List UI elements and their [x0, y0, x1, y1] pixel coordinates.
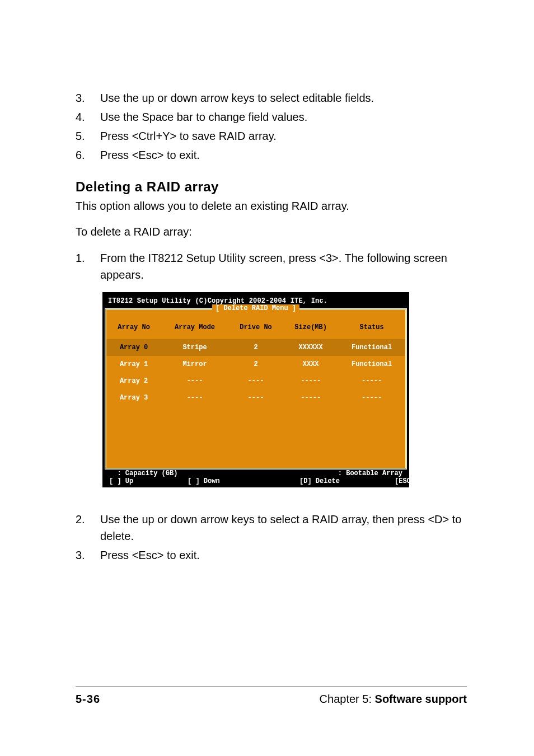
cell: ---- [161, 373, 228, 389]
step-text: Use the Space bar to change field values… [100, 109, 467, 125]
step-item: 1. From the IT8212 Setup Utility screen,… [76, 250, 467, 283]
step-number: 1. [76, 250, 100, 283]
cell: Functional [338, 339, 405, 356]
table-row[interactable]: Array 0 Stripe 2 XXXXXX Functional [106, 339, 405, 356]
cell: Array 1 [106, 356, 161, 373]
cell: Array 0 [106, 339, 161, 356]
cell: ----- [338, 373, 405, 389]
cell: ---- [228, 373, 283, 389]
table-row[interactable]: Array 1 Mirror 2 XXXX Functional [106, 356, 405, 373]
col-header: Array No [106, 310, 161, 339]
section-title: Deleting a RAID array [76, 179, 467, 195]
step-text: Press <Ctrl+Y> to save RAID array. [100, 128, 467, 144]
chapter-prefix: Chapter 5: [320, 693, 375, 705]
footer-down: [ ] Down [188, 477, 299, 485]
chapter-bold: Software support [375, 693, 467, 705]
cell: Array 3 [106, 389, 161, 406]
step-number: 3. [76, 547, 100, 564]
step-item: 4. Use the Space bar to change field val… [76, 109, 467, 125]
cell: Array 2 [106, 373, 161, 389]
panel-spacer [106, 406, 405, 468]
step-text: Use the up or down arrow keys to select … [100, 90, 467, 106]
page-footer: 5-36 Chapter 5: Software support [76, 687, 467, 706]
page-number: 5-36 [76, 693, 100, 706]
raid-footer: : Capacity (GB) : Bootable Array [ ] Up … [102, 469, 409, 487]
steps-mid-list: 1. From the IT8212 Setup Utility screen,… [76, 250, 467, 283]
step-item: 3. Use the up or down arrow keys to sele… [76, 90, 467, 106]
step-text: From the IT8212 Setup Utility screen, pr… [100, 250, 467, 283]
table-row[interactable]: Array 2 ---- ---- ----- ----- [106, 373, 405, 389]
step-number: 3. [76, 90, 100, 106]
steps-top-list: 3. Use the up or down arrow keys to sele… [76, 90, 467, 163]
cell: 2 [228, 356, 283, 373]
step-number: 2. [76, 511, 100, 544]
step-text: Use the up or down arrow keys to select … [100, 511, 467, 544]
intro-text-1: This option allows you to delete an exis… [76, 198, 467, 214]
cell: ----- [283, 373, 338, 389]
panel-title: [ Delete RAID Menu ] [212, 304, 299, 312]
raid-panel: [ Delete RAID Menu ] Array No Array Mode… [105, 308, 407, 469]
chapter-label: Chapter 5: Software support [320, 693, 467, 706]
cell: Functional [338, 356, 405, 373]
step-text: Press <Esc> to exit. [100, 147, 467, 163]
col-header: Array Mode [161, 310, 228, 339]
cell: ---- [228, 389, 283, 406]
page: 3. Use the up or down arrow keys to sele… [0, 0, 534, 756]
footer-exit: [ESC] Exit [373, 477, 435, 485]
step-number: 5. [76, 128, 100, 144]
step-number: 4. [76, 109, 100, 125]
cell: XXXXXX [283, 339, 338, 356]
intro-text-2: To delete a RAID array: [76, 224, 467, 240]
footer-capacity: : Capacity (GB) [109, 469, 330, 477]
step-item: 6. Press <Esc> to exit. [76, 147, 467, 163]
col-header: Status [338, 310, 405, 339]
step-text: Press <Esc> to exit. [100, 547, 467, 564]
cell: ----- [283, 389, 338, 406]
cell: ----- [338, 389, 405, 406]
footer-up: [ ] Up [109, 477, 188, 485]
col-header: Size(MB) [283, 310, 338, 339]
footer-delete: [D] Delete [299, 477, 373, 485]
step-item: 2. Use the up or down arrow keys to sele… [76, 511, 467, 544]
steps-bottom-list: 2. Use the up or down arrow keys to sele… [76, 511, 467, 564]
cell: ---- [161, 389, 228, 406]
raid-utility-screenshot: IT8212 Setup Utility (C)Copyright 2002-2… [102, 292, 409, 487]
cell: Stripe [161, 339, 228, 356]
cell: 2 [228, 339, 283, 356]
col-header: Drive No [228, 310, 283, 339]
cell: XXXX [283, 356, 338, 373]
step-number: 6. [76, 147, 100, 163]
step-item: 3. Press <Esc> to exit. [76, 547, 467, 564]
step-item: 5. Press <Ctrl+Y> to save RAID array. [76, 128, 467, 144]
raid-table: Array No Array Mode Drive No Size(MB) St… [106, 310, 405, 406]
footer-bootable: : Bootable Array [330, 469, 402, 477]
table-row[interactable]: Array 3 ---- ---- ----- ----- [106, 389, 405, 406]
table-header-row: Array No Array Mode Drive No Size(MB) St… [106, 310, 405, 339]
cell: Mirror [161, 356, 228, 373]
